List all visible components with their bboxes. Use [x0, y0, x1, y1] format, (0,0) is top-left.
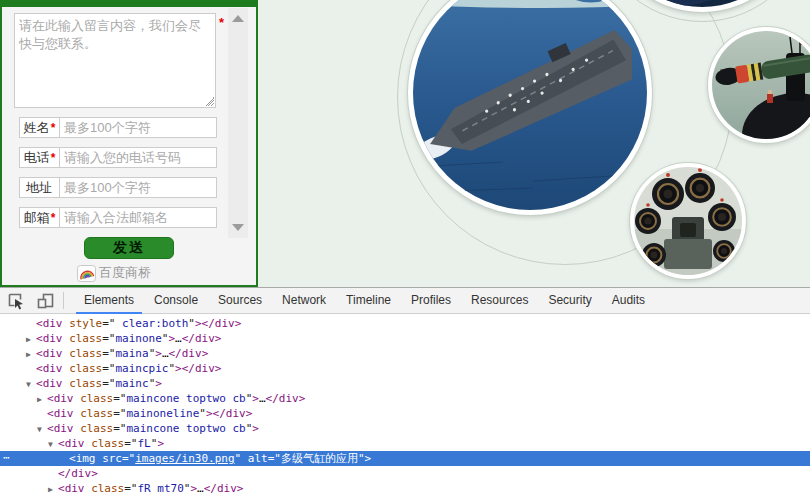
dom-tree-row[interactable]: ▶<div class="maina">…</div>: [0, 346, 810, 361]
tab-profiles[interactable]: Profiles: [403, 288, 459, 314]
email-label: 邮箱*: [20, 208, 60, 227]
code-token: >: [299, 392, 306, 405]
tab-elements[interactable]: Elements: [76, 288, 142, 314]
message-form-widget: * 姓名* 电话* 地址 邮箱* 发送: [0, 0, 258, 287]
code-token: </: [204, 482, 217, 495]
code-token: >: [237, 482, 244, 495]
device-toolbar-icon[interactable]: [32, 289, 58, 313]
code-token: <: [58, 482, 65, 495]
code-token: >: [215, 362, 222, 375]
devtools-toolbar: Elements Console Sources Network Timelin…: [0, 287, 810, 314]
code-token: maincone toptwo cb: [127, 392, 246, 405]
message-required-mark: *: [219, 15, 224, 30]
code-token: <: [47, 407, 54, 420]
code-token: =": [102, 377, 115, 390]
code-token: …: [197, 482, 204, 495]
code-token: class: [80, 422, 113, 435]
send-button[interactable]: 发送: [84, 237, 174, 259]
code-token: div: [195, 362, 215, 375]
code-token: div: [54, 407, 74, 420]
code-token: </: [169, 347, 182, 360]
dom-tree-row[interactable]: <div style=" clear:both"></div>: [0, 316, 810, 331]
tab-security[interactable]: Security: [540, 288, 599, 314]
code-token: ></: [195, 317, 215, 330]
tab-console[interactable]: Console: [146, 288, 206, 314]
code-token: src: [102, 452, 122, 465]
code-token: fR mt70: [138, 482, 184, 495]
tab-audits[interactable]: Audits: [604, 288, 653, 314]
code-token: ": [358, 452, 365, 465]
code-token: div: [65, 437, 85, 450]
row-more-actions-icon[interactable]: ⋯: [3, 450, 10, 465]
email-input[interactable]: [60, 208, 216, 227]
address-input[interactable]: [60, 178, 216, 197]
expand-arrow-closed-icon[interactable]: ▶: [48, 482, 58, 497]
code-token: <: [47, 422, 54, 435]
scroll-down-arrow[interactable]: [232, 224, 244, 231]
code-token: >: [91, 467, 98, 480]
dom-tree-row-selected[interactable]: ⋯<img src="images/in30.png" alt="多级气缸的应用…: [0, 451, 810, 466]
dom-tree-row[interactable]: ▶<div class="mainone">…</div>: [0, 331, 810, 346]
code-token: >: [155, 377, 162, 390]
address-field-row: 地址: [19, 177, 217, 198]
code-token: class: [80, 392, 113, 405]
expand-arrow-open-icon[interactable]: ▼: [26, 377, 36, 392]
expand-arrow-closed-icon[interactable]: ▶: [26, 332, 36, 347]
form-scrollbar[interactable]: [228, 8, 248, 238]
dom-tree-row[interactable]: ▼<div class="fL">: [0, 436, 810, 451]
rainbow-bridge-icon: [77, 265, 96, 282]
tab-sources[interactable]: Sources: [210, 288, 270, 314]
expand-arrow-open-icon[interactable]: ▼: [48, 437, 58, 452]
code-token: >: [202, 347, 209, 360]
dom-tree-row[interactable]: <div class="mainoneline"></div>: [0, 406, 810, 421]
dom-tree-row[interactable]: <div class="maincpic"></div>: [0, 361, 810, 376]
page-content-area: * 姓名* 电话* 地址 邮箱* 发送: [0, 0, 810, 287]
dom-tree-row[interactable]: ▶<div class="maincone toptwo cb">…</div>: [0, 391, 810, 406]
expand-arrow-open-icon[interactable]: ▼: [37, 422, 47, 437]
dom-tree-row[interactable]: </div>: [0, 466, 810, 481]
expand-arrow-closed-icon[interactable]: ▶: [26, 347, 36, 362]
code-token: …: [162, 347, 169, 360]
code-token: div: [65, 482, 85, 495]
code-token: =": [102, 347, 115, 360]
code-token: <: [36, 332, 43, 345]
baidu-shangqiao-branding[interactable]: 百度商桥: [2, 264, 226, 282]
torpedo-tubes-photo: [630, 163, 746, 279]
code-token: fL: [138, 437, 151, 450]
code-token: maincpic: [116, 362, 169, 375]
code-token: clear:both: [116, 317, 189, 330]
code-token: class: [91, 437, 124, 450]
tab-network[interactable]: Network: [274, 288, 334, 314]
code-token: <: [36, 347, 43, 360]
dom-tree-row[interactable]: ▶<div class="fR mt70">…</div>: [0, 481, 810, 496]
tab-resources[interactable]: Resources: [463, 288, 536, 314]
dom-tree-row[interactable]: ▼<div class="mainc">: [0, 376, 810, 391]
code-token: >: [246, 407, 253, 420]
phone-input[interactable]: [60, 148, 216, 167]
tab-timeline[interactable]: Timeline: [338, 288, 399, 314]
code-token: =": [124, 437, 137, 450]
code-token: maincone toptwo cb: [127, 422, 246, 435]
message-input[interactable]: [14, 13, 216, 108]
browser-page: * 姓名* 电话* 地址 邮箱* 发送: [0, 0, 810, 498]
code-token: 多级气缸的应用: [281, 452, 358, 465]
phone-field-row: 电话*: [19, 147, 217, 168]
scroll-up-arrow[interactable]: [232, 15, 244, 22]
code-token: class: [69, 332, 102, 345]
expand-arrow-closed-icon[interactable]: ▶: [37, 392, 47, 407]
name-input[interactable]: [60, 118, 216, 137]
code-token: >: [252, 422, 259, 435]
resize-grip[interactable]: [205, 97, 214, 106]
code-token: class: [80, 407, 113, 420]
dom-tree-row[interactable]: ▼<div class="maincone toptwo cb">: [0, 421, 810, 436]
code-token: <: [47, 392, 54, 405]
code-token: </: [58, 467, 71, 480]
code-token: div: [54, 422, 74, 435]
address-label: 地址: [20, 178, 60, 197]
code-token: =": [102, 332, 115, 345]
inspect-element-icon[interactable]: [3, 289, 29, 313]
branding-label: 百度商桥: [99, 264, 151, 282]
devtools-tabs: Elements Console Sources Network Timelin…: [74, 288, 655, 314]
code-token: >: [252, 392, 259, 405]
name-field-row: 姓名*: [19, 117, 217, 138]
